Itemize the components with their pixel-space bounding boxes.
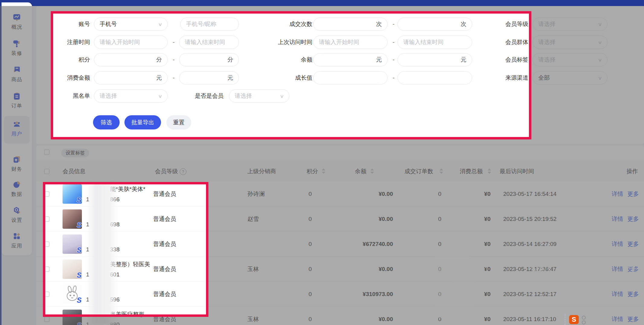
- more-link[interactable]: 更多: [627, 181, 639, 206]
- detail-link[interactable]: 详情: [612, 256, 623, 282]
- row-checkbox[interactable]: [44, 216, 50, 222]
- col-points: 积分: [307, 161, 318, 181]
- batch-export-button[interactable]: 批量导出: [124, 115, 161, 129]
- table-header: 会员信息 会员等级? 上级分销商 积分 余额 成交订单数 消费总额 最后访问时间…: [36, 161, 644, 181]
- more-link[interactable]: 更多: [627, 231, 639, 256]
- points-value: 0: [293, 206, 312, 231]
- sidebar-item-apps[interactable]: 应用: [2, 232, 32, 254]
- sidebar-item-decorate[interactable]: 装修: [2, 40, 32, 61]
- row-checkbox[interactable]: [44, 191, 50, 197]
- row-checkbox[interactable]: [44, 241, 50, 247]
- finance-yen-icon: ¥: [13, 155, 21, 164]
- member-tag-select[interactable]: 请选择 ∨: [533, 53, 607, 66]
- col-member-info: 会员信息: [63, 161, 85, 181]
- distributor: 赵雪: [247, 206, 259, 231]
- filter-button[interactable]: 筛选: [93, 115, 120, 129]
- detail-link[interactable]: 详情: [612, 231, 623, 256]
- set-tag-button[interactable]: 设置标签: [61, 149, 89, 157]
- unit-suffix: 元: [156, 74, 162, 82]
- more-link[interactable]: 更多: [627, 206, 639, 231]
- last-visit-start-input[interactable]: 请输入开始时间: [313, 36, 388, 49]
- col-member-level-text: 会员等级: [155, 168, 178, 174]
- apps-grid-icon: [13, 232, 21, 240]
- account-keyword-placeholder: 手机号/昵称: [186, 20, 216, 28]
- sidebar-item-label: 数据: [2, 191, 32, 198]
- orders-value: 0: [426, 307, 441, 325]
- extension-circle-icon[interactable]: [582, 316, 586, 320]
- deal-count-max-input[interactable]: 次: [398, 18, 472, 31]
- more-link[interactable]: 更多: [627, 282, 639, 307]
- extension-circle-icon[interactable]: [582, 320, 586, 324]
- register-time-end-input[interactable]: 请输入结束时间: [179, 36, 239, 49]
- sidebar-item-label: 设置: [2, 217, 32, 224]
- points-max-input[interactable]: 分: [179, 53, 239, 66]
- extension-s-icon[interactable]: S: [569, 315, 579, 324]
- more-link[interactable]: 更多: [627, 256, 639, 282]
- member-group-select[interactable]: 请选择 ∨: [533, 36, 607, 49]
- reset-button[interactable]: 重置: [166, 115, 191, 129]
- top-nav-bar: [0, 0, 644, 6]
- member-level-select[interactable]: 请选择 ∨: [533, 18, 607, 31]
- last-visit-value: 2023-05-17 16:54:14: [503, 181, 556, 206]
- detail-link[interactable]: 详情: [612, 206, 623, 231]
- chevron-down-icon: ∨: [598, 76, 602, 80]
- row-checkbox[interactable]: [44, 266, 50, 272]
- sort-total-spend[interactable]: [488, 161, 491, 181]
- detail-link[interactable]: 详情: [612, 307, 623, 325]
- sidebar-item-goods[interactable]: 商品: [2, 66, 32, 88]
- select-all-checkbox[interactable]: [44, 169, 50, 174]
- member-level-value: 请选择: [538, 20, 555, 28]
- member-table-card: 设置标签 会员信息 会员等级? 上级分销商 积分 余额 成交订单数 消费总额 最…: [36, 145, 644, 325]
- row-checkbox[interactable]: [44, 292, 50, 297]
- account-keyword-input[interactable]: 手机号/昵称: [180, 18, 239, 31]
- sort-balance[interactable]: [370, 161, 374, 181]
- detail-link[interactable]: 详情: [612, 181, 623, 206]
- source-channel-label: 来源渠道: [477, 71, 528, 84]
- is-member-select[interactable]: 请选择 ∨: [229, 89, 289, 103]
- points-min-input[interactable]: 分: [94, 53, 168, 66]
- avatar: S: [63, 285, 82, 304]
- chevron-down-icon: ∨: [158, 94, 163, 98]
- sidebar-item-users[interactable]: 用户: [4, 116, 30, 144]
- channel-badge-icon: S: [77, 321, 82, 325]
- row-checkbox[interactable]: [44, 317, 50, 322]
- spend-amount-min-input[interactable]: 元: [94, 71, 168, 84]
- account-type-select[interactable]: 手机号 ∨: [94, 18, 168, 31]
- select-all-checkbox-toolbar[interactable]: [44, 149, 50, 155]
- member-level: 普通会员: [153, 282, 176, 307]
- balance-max-input[interactable]: 元: [398, 53, 472, 66]
- sidebar-item-overview[interactable]: 概况: [2, 13, 32, 35]
- balance-min-input[interactable]: 元: [313, 53, 388, 66]
- sort-deal-orders[interactable]: [440, 161, 443, 181]
- last-visit-value: 2023-05-14 16:27:09: [503, 231, 556, 256]
- sidebar-item-settings[interactable]: 设置: [2, 206, 32, 228]
- last-visit-end-input[interactable]: 请输入结束时间: [398, 36, 472, 49]
- source-channel-select[interactable]: 全部 ∨: [533, 71, 607, 84]
- avatar: S: [63, 234, 82, 254]
- detail-link[interactable]: 详情: [612, 282, 623, 307]
- register-time-start-input[interactable]: 请输入开始时间: [94, 36, 168, 49]
- users-icon: [13, 120, 21, 128]
- sort-points[interactable]: [322, 161, 325, 181]
- sidebar-item-orders[interactable]: 订单: [2, 92, 32, 114]
- orders-value: 0: [426, 256, 441, 282]
- sidebar-item-label: 概况: [2, 24, 32, 30]
- deal-count-label: 成交次数: [261, 18, 312, 31]
- deal-count-min-input[interactable]: 次: [313, 18, 388, 31]
- growth-min-input[interactable]: [313, 71, 388, 84]
- help-icon[interactable]: ?: [180, 168, 186, 175]
- growth-max-input[interactable]: [398, 71, 472, 84]
- more-link[interactable]: 更多: [627, 307, 639, 325]
- blacklist-value: 请选择: [100, 92, 117, 100]
- balance-value: ¥0.00: [338, 307, 393, 325]
- drag-handle-dots-icon[interactable]: [565, 314, 566, 325]
- distributor: 玉林: [247, 307, 259, 325]
- member-level: 普通会员: [153, 231, 176, 256]
- sidebar-item-data[interactable]: 数据: [2, 180, 32, 202]
- blacklist-select[interactable]: 请选择 ∨: [94, 89, 168, 103]
- balance-label: 余额: [261, 53, 312, 66]
- table-row: S 1 698 普通会员 赵雪 0 ¥0.00 0 ¥0 2023-05-15 …: [36, 206, 644, 231]
- spend-amount-max-input[interactable]: 元: [179, 71, 239, 84]
- orders-value: 0: [426, 231, 441, 256]
- sidebar-item-finance[interactable]: ¥ 财务: [2, 155, 32, 177]
